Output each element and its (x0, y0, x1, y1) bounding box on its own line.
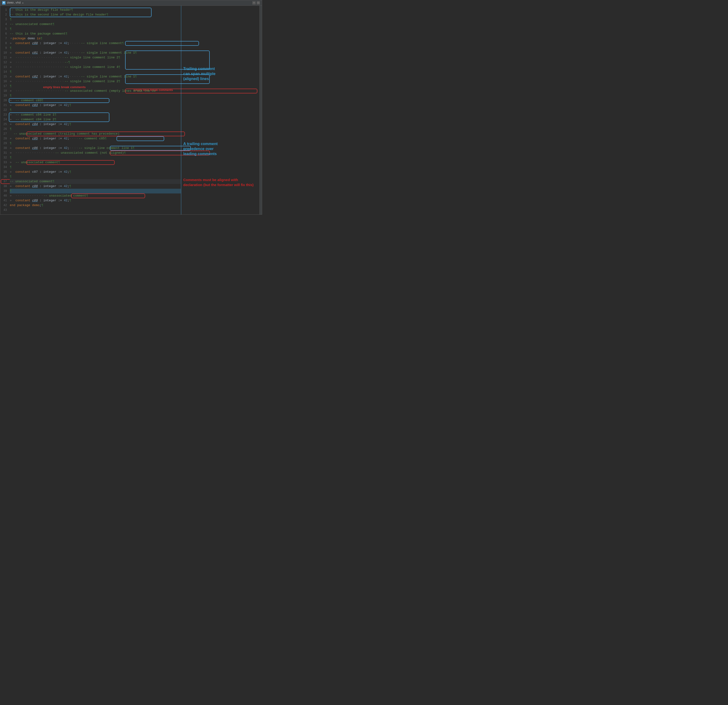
line-33: » -- unassociated comment¶ (10, 160, 181, 165)
line-11: » ····················· -- single line c… (10, 55, 181, 60)
line-11-comment: -- single line comment line 2¶ (65, 55, 120, 60)
fold-icon-7[interactable]: ⊖ (10, 37, 13, 40)
line-24-comment: -- comment c04 line 2¶ (16, 117, 56, 122)
tab-close-icon[interactable]: ✕ (22, 1, 24, 4)
line-13: » ····················· -- single line c… (10, 65, 181, 69)
line-2: -- this is the second line of the design… (10, 12, 181, 17)
line-35: » constant c07 : integer := 42;¶ (10, 170, 181, 175)
code-lines: -- this is the design file header¶ -- th… (9, 8, 181, 212)
line-8-comment: -- single line comment¶ (81, 41, 124, 46)
minimize-button[interactable]: ─ (252, 1, 256, 4)
scrollbar[interactable] (260, 6, 262, 214)
line-39: ¶ (10, 189, 181, 194)
line-10-rest: : (38, 51, 43, 55)
line-13-comment: -- single line comment line 4¶ (65, 65, 120, 69)
line-31: » ················· -- unassociated comm… (10, 150, 181, 155)
line-numbers: 12345 678910 1112131415 1617181920 21222… (0, 8, 9, 212)
line-34: ¶ (10, 165, 181, 170)
line-4: -- unassociated comment¶ (10, 22, 181, 27)
line-2-text: -- this is the second line of the design… (10, 12, 108, 17)
line-40-comment: -- unassociated comment¶ (43, 194, 88, 198)
line-7: ⊖ package demo is¶ (10, 36, 181, 41)
aligned-body: declaration (but the formatter will fix … (183, 182, 254, 187)
maximize-button[interactable]: □ (257, 1, 260, 4)
line-8-rest: : (38, 41, 43, 46)
line-16: » ····················· -- single line c… (10, 79, 181, 84)
line-15-comment: -- single line comment line 1¶ (81, 74, 137, 79)
line-33-comment: -- unassociated comment¶ (16, 160, 60, 165)
line-7-demo: demo (27, 36, 37, 41)
line-9-para: ¶ (10, 46, 12, 51)
line-42: end package demo;¶ (10, 203, 181, 208)
line-16-comment: -- single line comment line 2¶ (65, 79, 120, 84)
line-10-comment: -- single line comment line 1¶ (81, 51, 137, 55)
precedence-annotation: A trailing comment precedence over leadi… (183, 142, 218, 156)
editor-area: 12345 678910 1112131415 1617181920 21222… (0, 6, 181, 214)
line-26: ¶ (10, 127, 181, 131)
annotation-panel: Trailing comment can span multiple (alig… (181, 6, 260, 214)
line-8-dots: ····· (69, 41, 81, 46)
line-8: » constant c00 : integer := 42; ····· --… (10, 41, 181, 46)
line-5: ¶ (10, 27, 181, 32)
aligned-annotation: Comments must be aligned with declaratio… (183, 177, 254, 187)
line-3-para: ¶ (10, 17, 12, 22)
trailing-comment-line3: (aligned) lines (183, 77, 215, 81)
line-8-arrow: » (10, 41, 12, 46)
editor-main: 12345 678910 1112131415 1617181920 21222… (0, 6, 262, 214)
line-8-c00: c00 (32, 41, 38, 46)
line-29: ¶ (10, 141, 181, 146)
line-36: ¶ (10, 175, 181, 179)
line-18: » ····················· -- unassociated … (10, 89, 181, 93)
line-10-semi: ; (68, 51, 69, 55)
line-6: -- this is the package comment¶ (10, 32, 181, 36)
line-3: ¶ (10, 17, 181, 22)
line-10-arrow: » (10, 51, 12, 55)
line-38: » constant c08 : integer := 42;¶ (10, 184, 181, 189)
line-7-is: is (37, 36, 40, 41)
line-10-const: constant (16, 51, 32, 55)
line-8-assign: := (56, 41, 64, 46)
line-4-text: -- unassociated comment¶ (10, 22, 54, 27)
line-22: ¶ (10, 108, 181, 113)
window-controls: ─ □ (252, 1, 260, 4)
line-1: -- this is the design file header¶ (10, 8, 181, 12)
precedence-line3: leading comments (183, 152, 218, 156)
line-6-text: -- this is the package comment¶ (10, 32, 68, 36)
file-icon: M (2, 1, 6, 4)
titlebar: M demo.vhd ✕ ─ □ (0, 0, 262, 6)
line-27: -- unassociated comment (trailing commen… (10, 131, 181, 136)
line-8-type: integer (43, 41, 56, 46)
line-23-comment: -- comment c04 line 1¶ (16, 113, 56, 117)
line-25: » constant c04 : integer := 42;¶ (10, 122, 181, 127)
line-41: » constant c09 : integer := 42;¶ (10, 198, 181, 203)
titlebar-left: M demo.vhd ✕ (2, 1, 24, 4)
line-43 (10, 208, 181, 212)
line-40: » ············ -- unassociated comment¶ (10, 194, 181, 198)
line-37: -- unassociated comment¶ (10, 179, 181, 184)
line-30: » constant c06 : integer := 42; ···· -- … (10, 146, 181, 150)
line-15: » constant c02 : integer := 42; ····· --… (10, 74, 181, 79)
ruler-line (181, 6, 181, 214)
line-10-assign: := (56, 51, 64, 55)
trailing-comment-title: Trailing comment (183, 66, 215, 71)
line-10-c01: c01 (32, 51, 38, 55)
line-18-comment: -- unassociated comment (empty lines bre… (65, 89, 156, 93)
tab-label[interactable]: demo.vhd (7, 1, 21, 4)
editor-window: M demo.vhd ✕ ─ □ (0, 0, 262, 215)
line-37-comment: -- unassociated comment¶ (10, 179, 54, 184)
precedence-line2: precedence over (183, 146, 218, 152)
aligned-title: Comments must be aligned with (183, 177, 254, 182)
line-28: » constant c05 : integer := 42; ···· -- … (10, 136, 181, 141)
line-28-comment: -- comment c05¶ (79, 136, 107, 141)
line-17: ¶ (10, 84, 181, 89)
line-24: » -- comment c04 line 2¶ (10, 117, 181, 122)
line-32: ¶ (10, 155, 181, 160)
line-31-comment: -- unassociated comment (not aligned)¶ (55, 150, 126, 155)
line-7-package: package (13, 36, 27, 41)
line-27-comment: -- unassociated comment (trailing commen… (14, 131, 120, 136)
line-30-comment: -- single line comment line 1¶ (79, 146, 134, 150)
line-12-comment: --¶ (65, 60, 70, 65)
line-8-const: constant (16, 41, 32, 46)
line-21: » constant c03 : integer := 42;¶ (10, 103, 181, 108)
line-23: » -- comment c04 line 1¶ (10, 113, 181, 117)
